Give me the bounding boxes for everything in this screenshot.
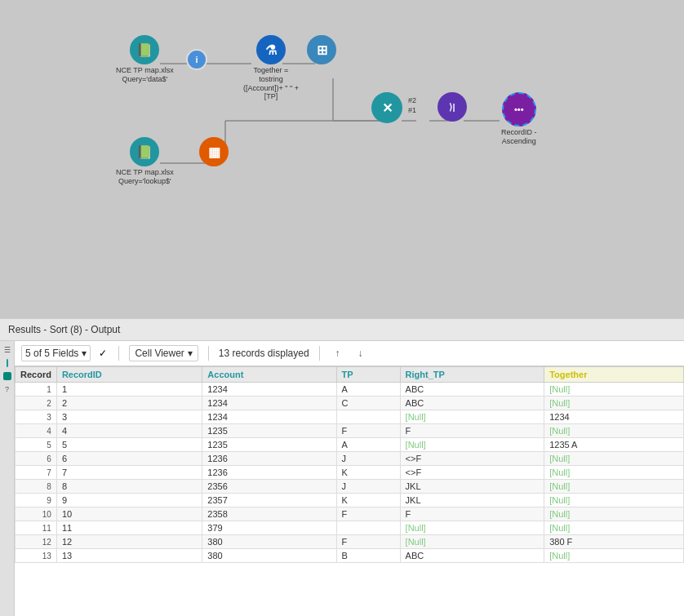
node-icon-join: ✕ xyxy=(371,92,402,123)
toolbar-separator2 xyxy=(208,346,209,361)
table-cell: 1234 xyxy=(544,410,684,424)
col-header-account: Account xyxy=(202,367,336,383)
results-header: Results - Sort (8) - Output xyxy=(0,319,684,341)
chevron-down-icon: ▾ xyxy=(82,348,87,359)
join-numbers: #2#1 xyxy=(408,96,416,115)
table-cell: [Null] xyxy=(400,535,544,549)
node-sample[interactable]: ⟩| xyxy=(437,92,467,122)
table-cell: F xyxy=(336,507,400,521)
connector-lines xyxy=(0,0,684,318)
table-cell: 1235 xyxy=(202,438,336,452)
col-header-right-tp: Right_TP xyxy=(400,367,544,383)
table-cell: 3 xyxy=(56,410,202,424)
node-label-input2: NCE TP map.xlsxQuery='lookup$' xyxy=(116,168,174,186)
table-row[interactable]: 221234CABC[Null] xyxy=(16,397,684,410)
table-row[interactable]: 1212380F[Null]380 F xyxy=(16,535,684,549)
col-header-record: Record xyxy=(16,367,57,383)
sidebar-green-icon[interactable] xyxy=(3,372,11,380)
table-cell: 10 xyxy=(16,507,57,521)
table-cell: 380 F xyxy=(544,535,684,549)
node-input2[interactable]: 📗 NCE TP map.xlsxQuery='lookup$' xyxy=(116,137,174,186)
node-label-input1: NCE TP map.xlsxQuery='data$' xyxy=(116,66,174,84)
table-header-row: Record RecordID Account TP Right_TP Toge… xyxy=(16,367,684,383)
table-cell: 1235 xyxy=(202,424,336,438)
table-cell: [Null] xyxy=(544,549,684,563)
results-toolbar: 5 of 5 Fields ▾ ✓ Cell Viewer ▾ 13 recor… xyxy=(15,341,684,366)
node-icon-input2: 📗 xyxy=(130,137,159,166)
node-select[interactable]: ⊞ xyxy=(307,35,336,64)
table-cell: F xyxy=(400,507,544,521)
table-row[interactable]: 882356JJKL[Null] xyxy=(16,480,684,494)
sort-up-button[interactable]: ↑ xyxy=(330,345,346,361)
table-row[interactable]: 661236J<>F[Null] xyxy=(16,452,684,466)
table-cell: 4 xyxy=(16,424,57,438)
table-row[interactable]: 331234[Null]1234 xyxy=(16,410,684,424)
table-cell: 2 xyxy=(56,397,202,410)
table-cell: [Null] xyxy=(544,466,684,480)
table-cell: 380 xyxy=(202,535,336,549)
sidebar-list-icon[interactable]: ☰ xyxy=(4,346,11,354)
table-cell: 13 xyxy=(56,549,202,563)
table-cell: [Null] xyxy=(400,410,544,424)
table-row[interactable]: 441235FF[Null] xyxy=(16,424,684,438)
table-cell: 12 xyxy=(16,535,57,549)
table-cell: [Null] xyxy=(544,383,684,397)
node-icon-num1: i xyxy=(186,49,207,70)
table-cell: 11 xyxy=(56,521,202,535)
table-cell: [Null] xyxy=(544,494,684,507)
node-label-sort: RecordID -Ascending xyxy=(501,128,537,146)
table-row[interactable]: 771236K<>F[Null] xyxy=(16,466,684,480)
node-formula[interactable]: ⚗ Together =tostring([Account])+ " " +[T… xyxy=(243,35,299,101)
node-input1[interactable]: 📗 NCE TP map.xlsxQuery='data$' xyxy=(116,35,174,84)
fields-checkmark-icon[interactable]: ✓ xyxy=(97,348,109,359)
table-row[interactable]: 111234AABC[Null] xyxy=(16,383,684,397)
table-cell: JKL xyxy=(400,480,544,494)
table-cell: [Null] xyxy=(544,521,684,535)
sort-down-button[interactable]: ↓ xyxy=(353,345,369,361)
node-table[interactable]: ▦ xyxy=(199,137,229,166)
col-header-tp: TP xyxy=(336,367,400,383)
fields-label: 5 of 5 Fields xyxy=(25,348,78,359)
table-cell: 13 xyxy=(16,549,57,563)
sidebar-help-icon[interactable]: ? xyxy=(5,385,9,393)
table-cell: 1236 xyxy=(202,452,336,466)
table-cell: 379 xyxy=(202,521,336,535)
node-sort[interactable]: ••• RecordID -Ascending xyxy=(501,92,537,146)
table-row[interactable]: 1313380BABC[Null] xyxy=(16,549,684,563)
table-cell: 10 xyxy=(56,507,202,521)
table-cell: J xyxy=(336,480,400,494)
table-cell: 5 xyxy=(16,438,57,452)
table-cell xyxy=(336,521,400,535)
table-row[interactable]: 1111379[Null][Null] xyxy=(16,521,684,535)
table-cell: F xyxy=(336,424,400,438)
table-cell: 7 xyxy=(16,466,57,480)
fields-dropdown[interactable]: 5 of 5 Fields ▾ xyxy=(21,345,91,361)
node-icon-input1: 📗 xyxy=(130,35,159,64)
node-icon-sample: ⟩| xyxy=(437,92,467,122)
table-cell: 2 xyxy=(16,397,57,410)
table-cell: 9 xyxy=(16,494,57,507)
node-icon-formula: ⚗ xyxy=(256,35,286,64)
table-cell xyxy=(336,410,400,424)
node-join[interactable]: ✕ xyxy=(371,92,402,123)
table-row[interactable]: 10102358FF[Null] xyxy=(16,507,684,521)
table-cell: 5 xyxy=(56,438,202,452)
node-num1[interactable]: i xyxy=(186,49,207,70)
cell-viewer-button[interactable]: Cell Viewer ▾ xyxy=(129,345,198,361)
table-cell: [Null] xyxy=(544,424,684,438)
results-sidebar: ☰ ? xyxy=(0,341,15,616)
table-cell: 1234 xyxy=(202,383,336,397)
col-header-recordid: RecordID xyxy=(56,367,202,383)
table-cell: 7 xyxy=(56,466,202,480)
results-panel: Results - Sort (8) - Output ☰ ? 5 of 5 F… xyxy=(0,318,684,616)
table-row[interactable]: 551235A[Null]1235 A xyxy=(16,438,684,452)
table-body: 111234AABC[Null]221234CABC[Null]331234[N… xyxy=(16,383,684,563)
data-table-container[interactable]: Record RecordID Account TP Right_TP Toge… xyxy=(15,366,684,616)
table-cell: B xyxy=(336,549,400,563)
cell-viewer-label: Cell Viewer xyxy=(135,348,184,359)
records-count: 13 records displayed xyxy=(219,348,309,359)
table-cell: 2357 xyxy=(202,494,336,507)
table-cell: 1234 xyxy=(202,397,336,410)
table-row[interactable]: 992357KJKL[Null] xyxy=(16,494,684,507)
table-cell: 2358 xyxy=(202,507,336,521)
